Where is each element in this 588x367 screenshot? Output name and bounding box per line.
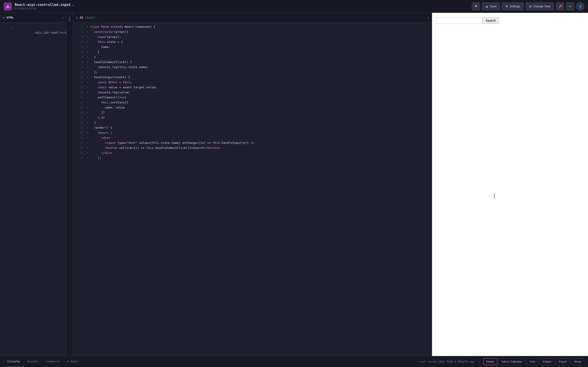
code-line: 7+ } xyxy=(73,55,432,60)
topbar-title: React-asyc-controlled-input ✏ xyxy=(15,3,74,7)
html-panel: ⚙ HTML ▾ 1 <div id="root"></div> xyxy=(0,13,67,356)
js-gear-icon: ⚙ xyxy=(76,16,78,19)
tab-console[interactable]: Console xyxy=(4,356,24,367)
code-line: 14+ console.log(value) xyxy=(73,90,432,95)
preview-panel: Search xyxy=(432,13,588,356)
embed-button[interactable]: Embed xyxy=(540,358,554,365)
preview-search-input[interactable] xyxy=(437,17,483,24)
css-tab-label[interactable]: CSS xyxy=(67,15,72,23)
css-tab[interactable]: CSS xyxy=(67,13,73,356)
bottom-tabs-list: ConsoleAssetsComments⌘ Keys xyxy=(4,356,82,367)
js-code-area[interactable]: 1+class Form extends React.Component {2+… xyxy=(73,23,432,356)
code-line: 3+ super(props); xyxy=(73,34,432,40)
code-line: 9+ console.log(this.state.name) xyxy=(73,65,432,70)
code-line: 23+ <div> xyxy=(73,135,432,140)
code-line: 26+ </div> xyxy=(73,150,432,156)
external-link-icon[interactable]: ↗ xyxy=(478,360,480,363)
code-line: 16+ this.setState({ xyxy=(73,100,432,105)
app-logo xyxy=(4,2,12,10)
preview-search-button[interactable]: Search xyxy=(483,17,499,24)
editor-area: ⚙ HTML ▾ 1 <div id="root"></div> CSS ⚙ J… xyxy=(0,13,588,356)
pin-button[interactable]: 📌 xyxy=(556,2,564,10)
chevron-down-icon: ▾ xyxy=(569,5,571,8)
cloud-icon: ☁ xyxy=(485,5,488,8)
code-line: 13+ const value = event.target.value; xyxy=(73,85,432,90)
html-panel-label: HTML xyxy=(6,16,14,19)
code-line: 22+ return ( xyxy=(73,130,432,135)
tab-assets[interactable]: Assets xyxy=(24,356,42,367)
preview-search-row: Search xyxy=(437,17,583,24)
code-line: 15+ setTimeout(()=>{ xyxy=(73,95,432,100)
js-panel: ⚙ JS (Babel) ▾ 1+class Form extends Reac… xyxy=(73,13,432,356)
tab-comments[interactable]: Comments xyxy=(42,356,64,367)
add-to-collection-button[interactable]: Add to Collection xyxy=(499,358,526,365)
preview-content: Search xyxy=(432,13,588,189)
pin-icon: 📌 xyxy=(558,5,562,8)
html-gear-icon: ⚙ xyxy=(3,16,5,19)
project-title: React-asyc-controlled-input xyxy=(15,3,71,7)
html-chevron-icon[interactable]: ▾ xyxy=(62,16,64,19)
change-view-button[interactable]: ⊞ Change View xyxy=(526,2,554,10)
code-line: 20+ } xyxy=(73,120,432,125)
code-line: 19+ },0) xyxy=(73,115,432,120)
babel-label: (Babel) xyxy=(85,16,97,19)
edit-pencil-icon[interactable]: ✏ xyxy=(73,3,74,7)
code-line: 2+ constructor(props){ xyxy=(73,29,432,34)
js-panel-header: ⚙ JS (Babel) ▾ xyxy=(73,13,432,23)
code-line: 10+ }; xyxy=(73,70,432,75)
chevron-down-button[interactable]: ▾ xyxy=(566,2,574,10)
heart-icon: ♥ xyxy=(475,4,477,8)
html-panel-header: ⚙ HTML ▾ xyxy=(0,13,66,23)
settings-button[interactable]: ⚙ Settings xyxy=(502,2,524,10)
save-status: Last saved LESS THAN A MINUTE ago xyxy=(420,360,475,363)
settings-icon: ⚙ xyxy=(505,5,508,8)
code-line: 11+ handleInput(event) { xyxy=(73,75,432,80)
code-line: 4+ this.state = { xyxy=(73,40,432,44)
export-button[interactable]: Export xyxy=(556,358,570,365)
topbar-subtitle: blackstarxing xyxy=(15,7,74,10)
code-line: 5+ name: '' xyxy=(73,44,432,50)
tab-keys[interactable]: ⌘ Keys xyxy=(63,356,82,367)
heart-button[interactable]: ♥ xyxy=(472,2,480,10)
save-button[interactable]: ☁ Save xyxy=(482,2,500,10)
view-icon: ⊞ xyxy=(529,5,531,8)
fork-button[interactable]: Fork xyxy=(527,358,538,365)
js-panel-label: JS xyxy=(79,16,83,19)
topbar-title-block: React-asyc-controlled-input ✏ blackstarx… xyxy=(15,3,74,10)
html-line-1: 1 <div id="root"></div> xyxy=(3,25,64,40)
js-chevron-icon[interactable]: ▾ xyxy=(427,16,429,19)
code-line: 27+ ); xyxy=(73,156,432,161)
bottom-bar: ConsoleAssetsComments⌘ Keys Last saved L… xyxy=(0,356,588,367)
code-line: 17+ name: value xyxy=(73,105,432,110)
avatar[interactable]: 👤 xyxy=(576,2,584,10)
topbar: React-asyc-controlled-input ✏ blackstarx… xyxy=(0,0,588,13)
cursor-indicator xyxy=(494,194,494,198)
svg-marker-0 xyxy=(6,4,10,8)
delete-button[interactable]: Delete xyxy=(483,358,497,365)
code-line: 18+ }) xyxy=(73,110,432,115)
code-line: 1+class Form extends React.Component { xyxy=(73,24,432,29)
share-button[interactable]: Share xyxy=(571,358,584,365)
topbar-actions: ♥ ☁ Save ⚙ Settings ⊞ Change View 📌 ▾ 👤 xyxy=(472,2,584,10)
bottom-action-buttons: DeleteAdd to CollectionForkEmbedExportSh… xyxy=(482,358,584,365)
code-line: 21+ render() { xyxy=(73,125,432,130)
avatar-icon: 👤 xyxy=(578,5,582,8)
code-line: 8+ handleSubmitClick() { xyxy=(73,60,432,65)
html-code-area[interactable]: 1 <div id="root"></div> xyxy=(0,23,66,356)
code-line: 12+ const $this = this; xyxy=(73,80,432,85)
code-line: 6+ } xyxy=(73,50,432,55)
code-line: 24+ <input type="text" value={this.state… xyxy=(73,140,432,145)
code-line: 25+ <button onClick={() => this.handleSu… xyxy=(73,145,432,150)
